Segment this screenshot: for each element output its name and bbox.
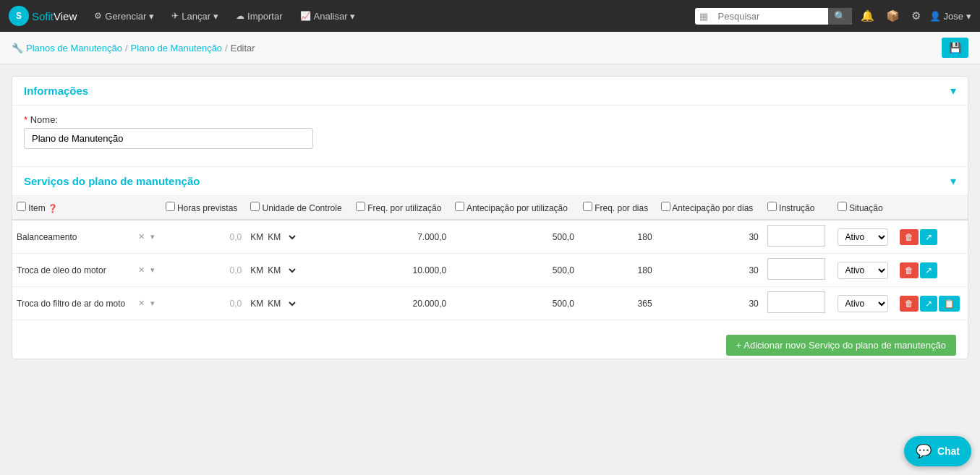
breadcrumb-current: Editar — [231, 43, 255, 54]
brand-name: SofitView — [32, 10, 77, 22]
freq-dias-cell-1: 180 — [579, 254, 657, 287]
move-item-btn-0[interactable]: ▾ — [148, 231, 157, 242]
save-top-button[interactable]: 💾 — [942, 38, 968, 58]
search-button[interactable]: 🔍 — [828, 8, 852, 25]
situacao-select-0[interactable]: Ativo Inativo — [838, 228, 888, 246]
brand[interactable]: S SofitView — [9, 6, 77, 26]
col-instrucao-checkbox[interactable] — [767, 202, 777, 211]
nome-input[interactable] — [24, 128, 313, 149]
instrucao-cell-0 — [763, 220, 833, 254]
freq-dias-cell-2: 365 — [579, 287, 657, 320]
wrench-icon: 🔧 — [12, 43, 23, 54]
informacoes-body: * Nome: — [12, 106, 968, 166]
chevron-down-icon: ▾ — [149, 11, 154, 22]
col-situacao-checkbox[interactable] — [838, 202, 847, 211]
servicos-table: Item ❓ Horas previstas Unidade de Contro… — [12, 196, 968, 320]
informacoes-header: Informações ▾ — [12, 77, 968, 106]
collapse-servicos-icon[interactable]: ▾ — [950, 174, 956, 188]
item-cell-1: Troca de óleo do motor ✕ ▾ — [12, 254, 161, 287]
notification-icon[interactable]: 🔔 — [858, 9, 877, 22]
chevron-down-icon: ▾ — [350, 11, 355, 22]
unidade-select-1[interactable]: KM HRS — [265, 265, 298, 276]
situacao-cell-0: Ativo Inativo — [833, 220, 895, 254]
row-actions-1: 🗑 ↗ — [895, 254, 968, 287]
share-row-btn-0[interactable]: ↗ — [920, 229, 937, 245]
add-button-row: + Adicionar novo Serviço do plano de man… — [12, 329, 968, 359]
col-actions-header — [895, 196, 968, 220]
chart-icon: 📈 — [300, 11, 311, 21]
informacoes-title: Informações — [24, 85, 88, 97]
antec-dias-cell-2: 30 — [657, 287, 763, 320]
remove-item-btn-1[interactable]: ✕ — [136, 265, 147, 275]
table-row: Troca de óleo do motor ✕ ▾ 0,0 KM KM HRS — [12, 254, 968, 287]
situacao-cell-2: Ativo Inativo — [833, 287, 895, 320]
antec-util-cell-1: 500,0 — [451, 254, 579, 287]
nav-analisar[interactable]: 📈 Analisar ▾ — [294, 8, 362, 25]
launch-icon: ✈ — [171, 11, 179, 21]
freq-util-cell-2: 20.000,0 — [351, 287, 451, 320]
search-box-icon: ▦ — [695, 11, 712, 22]
table-row: Troca do filtro de ar do moto ✕ ▾ 0,0 KM… — [12, 287, 968, 320]
col-instrucao: Instrução — [763, 196, 833, 220]
antec-dias-cell-1: 30 — [657, 254, 763, 287]
share-row-btn-2[interactable]: ↗ — [920, 296, 937, 312]
col-freq-dias: Freq. por dias — [579, 196, 657, 220]
freq-util-cell-0: 7.000,0 — [351, 220, 451, 254]
delete-row-btn-1[interactable]: 🗑 — [900, 262, 919, 278]
col-horas: Horas previstas — [161, 196, 247, 220]
row-actions-0: 🗑 ↗ — [895, 220, 968, 254]
breadcrumb-link-1[interactable]: Planos de Manutenção — [26, 43, 122, 54]
item-name-1: Troca de óleo do motor — [17, 265, 133, 275]
move-item-btn-1[interactable]: ▾ — [148, 265, 157, 275]
copy-row-btn-2[interactable]: 📋 — [939, 296, 960, 312]
antec-dias-cell-0: 30 — [657, 220, 763, 254]
user-menu[interactable]: 👤 Jose ▾ — [929, 11, 971, 22]
item-cell-0: Balanceamento ✕ ▾ — [12, 220, 161, 254]
select-all-checkbox[interactable] — [17, 202, 26, 211]
breadcrumb-link-2[interactable]: Plano de Manutenção — [131, 43, 222, 54]
remove-item-btn-2[interactable]: ✕ — [136, 298, 147, 309]
item-name-0: Balanceamento — [17, 232, 133, 242]
col-antec-util-checkbox[interactable] — [455, 202, 464, 211]
nav-importar[interactable]: ☁ Importar — [230, 8, 288, 25]
instrucao-textarea-2[interactable] — [767, 291, 825, 313]
navbar: S SofitView ⚙ Gerenciar ▾ ✈ Lançar ▾ ☁ I… — [0, 0, 980, 32]
instrucao-textarea-0[interactable] — [767, 225, 825, 247]
user-icon: 👤 — [929, 11, 941, 22]
freq-util-cell-1: 10.000,0 — [351, 254, 451, 287]
freq-dias-cell-0: 180 — [579, 220, 657, 254]
col-unidade-checkbox[interactable] — [250, 202, 260, 211]
move-item-btn-2[interactable]: ▾ — [148, 298, 157, 309]
antec-util-cell-2: 500,0 — [451, 287, 579, 320]
breadcrumb-bar: 🔧 Planos de Manutenção / Plano de Manute… — [0, 32, 980, 64]
col-item: Item ❓ — [12, 196, 161, 220]
remove-item-btn-0[interactable]: ✕ — [136, 231, 147, 242]
nome-form-group: * Nome: — [24, 114, 956, 149]
delete-row-btn-2[interactable]: 🗑 — [900, 296, 919, 312]
col-freq-dias-checkbox[interactable] — [583, 202, 592, 211]
situacao-select-1[interactable]: Ativo Inativo — [838, 262, 888, 279]
unidade-select-2[interactable]: KM HRS — [265, 298, 298, 309]
nav-gerenciar[interactable]: ⚙ Gerenciar ▾ — [88, 8, 160, 25]
delete-row-btn-0[interactable]: 🗑 — [900, 229, 919, 245]
add-service-button[interactable]: + Adicionar novo Serviço do plano de man… — [726, 335, 956, 356]
instrucao-textarea-1[interactable] — [767, 258, 825, 280]
box-icon[interactable]: 📦 — [883, 9, 903, 22]
share-row-btn-1[interactable]: ↗ — [920, 262, 937, 278]
nav-lancar[interactable]: ✈ Lançar ▾ — [166, 8, 224, 25]
search-input[interactable] — [712, 8, 828, 25]
collapse-informacoes-icon[interactable]: ▾ — [950, 84, 956, 98]
unidade-select-0[interactable]: KM HRS — [265, 231, 298, 243]
instrucao-cell-2 — [763, 287, 833, 320]
brand-logo: S — [9, 6, 29, 26]
nome-label: * Nome: — [24, 114, 956, 125]
navbar-right: ▦ 🔍 🔔 📦 ⚙ 👤 Jose ▾ — [695, 8, 971, 25]
col-antec-dias-checkbox[interactable] — [661, 202, 670, 211]
col-freq-util-checkbox[interactable] — [356, 202, 365, 211]
horas-cell-1: 0,0 — [161, 254, 247, 287]
servicos-table-container: Item ❓ Horas previstas Unidade de Contro… — [12, 196, 968, 329]
situacao-select-2[interactable]: Ativo Inativo — [838, 295, 888, 312]
item-cell-2: Troca do filtro de ar do moto ✕ ▾ — [12, 287, 161, 320]
settings-icon[interactable]: ⚙ — [908, 9, 924, 22]
col-horas-checkbox[interactable] — [166, 202, 175, 211]
